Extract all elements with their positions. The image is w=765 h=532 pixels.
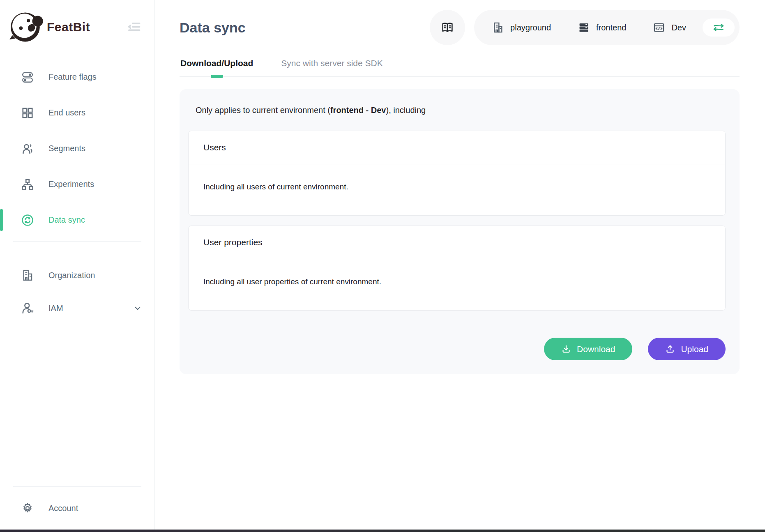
tab-bar: Download/Upload Sync with server side SD… [180,53,740,77]
users-card-title: Users [189,131,725,164]
download-icon [561,344,571,354]
documentation-button[interactable] [430,10,465,45]
user-properties-card-description: Including all user properties of current… [189,259,725,310]
active-tab-indicator [211,75,223,78]
sidebar-item-account[interactable]: Account [0,490,154,526]
sidebar-divider [13,241,141,242]
sidebar-item-label: Feature flags [48,72,97,82]
book-icon [441,21,454,34]
environment-notice: Only applies to current environment (fro… [188,106,726,115]
environment-selector[interactable]: Dev [653,22,686,33]
download-button-label: Download [577,344,615,354]
building-icon [492,22,504,33]
sidebar-item-feature-flags[interactable]: Feature flags [0,59,154,95]
sidebar-item-label: Segments [48,144,85,153]
actions-row: Download Upload [188,338,726,360]
feature-flags-icon [21,71,34,83]
notice-suffix: ), including [386,106,426,115]
users-card-description: Including all users of current environme… [189,164,725,215]
download-button[interactable]: Download [544,338,632,360]
logo-row: FeatBit [0,0,154,45]
page-header: Data sync [180,10,740,45]
sidebar-item-label: Organization [48,271,95,280]
active-indicator-bar [0,209,3,231]
tab-download-upload[interactable]: Download/Upload [180,53,254,76]
sidebar-item-label: Data sync [48,215,85,225]
iam-user-key-icon [21,302,34,314]
sidebar-item-segments[interactable]: Segments [0,131,154,166]
tab-label: Sync with server side SDK [281,58,382,68]
header-actions: playground f [430,10,740,45]
notice-environment: frontend - Dev [330,106,386,115]
featbit-panda-logo-icon [9,10,44,44]
sidebar-divider-bottom [13,486,141,487]
project-stack-icon [578,22,590,33]
notice-prefix: Only applies to current environment ( [196,106,330,115]
workspace-selector: playground f [474,10,740,45]
environment-name: Dev [671,23,686,32]
tab-label: Download/Upload [180,58,253,68]
tab-sync-server-sdk[interactable]: Sync with server side SDK [280,53,383,76]
sidebar-item-label: Account [48,504,78,513]
sidebar: FeatBit Feature flags [0,0,155,530]
organization-selector[interactable]: playground [492,22,551,33]
user-properties-card-title: User properties [189,226,725,259]
sidebar-nav-secondary: Organization IAM [0,259,154,325]
project-selector[interactable]: frontend [578,22,626,33]
data-sync-icon [21,214,34,226]
organization-building-icon [21,269,34,281]
experiments-sitemap-icon [21,178,34,191]
upload-button[interactable]: Upload [648,338,726,360]
users-card: Users Including all users of current env… [188,131,726,216]
swap-arrows-icon [712,21,726,35]
page-title: Data sync [180,20,246,36]
gear-icon [21,502,34,514]
taskbar-edge [0,530,765,532]
segments-user-icon [21,143,34,155]
sidebar-spacer [0,325,154,483]
organization-name: playground [510,23,551,32]
sidebar-item-organization[interactable]: Organization [0,259,154,292]
chevron-down-icon [133,304,142,313]
sidebar-item-label: End users [48,108,85,117]
sidebar-item-end-users[interactable]: End users [0,95,154,131]
sidebar-item-experiments[interactable]: Experiments [0,166,154,202]
data-sync-panel: Only applies to current environment (fro… [180,89,740,374]
app-window: FeatBit Feature flags [0,0,765,530]
switch-workspace-button[interactable] [703,18,735,37]
user-properties-card: User properties Including all user prope… [188,226,726,311]
project-name: frontend [596,23,626,32]
menu-fold-icon[interactable] [126,19,142,35]
brand-name: FeatBit [47,20,90,34]
sidebar-item-label: Experiments [48,180,94,189]
sidebar-item-label: IAM [48,304,63,313]
sidebar-nav-primary: Feature flags End users [0,59,154,238]
sidebar-item-data-sync[interactable]: Data sync [0,202,154,238]
upload-button-label: Upload [681,344,708,354]
end-users-grid-icon [21,107,34,119]
sidebar-item-iam[interactable]: IAM [0,292,154,325]
main-content: Data sync [155,0,765,530]
upload-icon [665,344,675,354]
account-block: Account [0,483,154,530]
code-window-icon [653,22,665,33]
